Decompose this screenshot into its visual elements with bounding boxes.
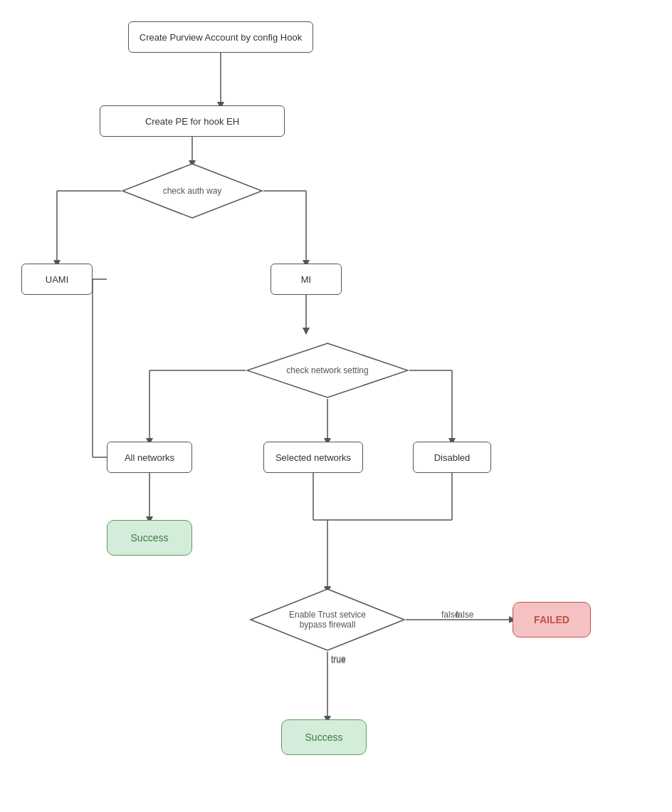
create-pe-node: Create PE for hook EH (100, 105, 285, 137)
success2-node: Success (281, 719, 367, 755)
svg-marker-11 (303, 328, 310, 335)
all-networks-node: All networks (107, 442, 192, 473)
flowchart-diagram: false true Create Purview Account by con… (0, 0, 672, 812)
false-arrow-label: false (456, 610, 473, 620)
success1-node: Success (107, 520, 192, 556)
true-arrow-label: true (331, 655, 346, 665)
create-purview-node: Create Purview Account by config Hook (128, 21, 313, 53)
check-network-diamond: check network setting (246, 342, 409, 399)
failed-node: FAILED (513, 602, 591, 637)
mi-node: MI (271, 264, 342, 295)
check-auth-diamond: check auth way (121, 162, 263, 219)
selected-networks-node: Selected networks (263, 442, 363, 473)
enable-trust-diamond: Enable Trust setvice bypass firewall (249, 588, 406, 652)
uami-node: UAMI (21, 264, 93, 295)
disabled-node: Disabled (413, 442, 491, 473)
